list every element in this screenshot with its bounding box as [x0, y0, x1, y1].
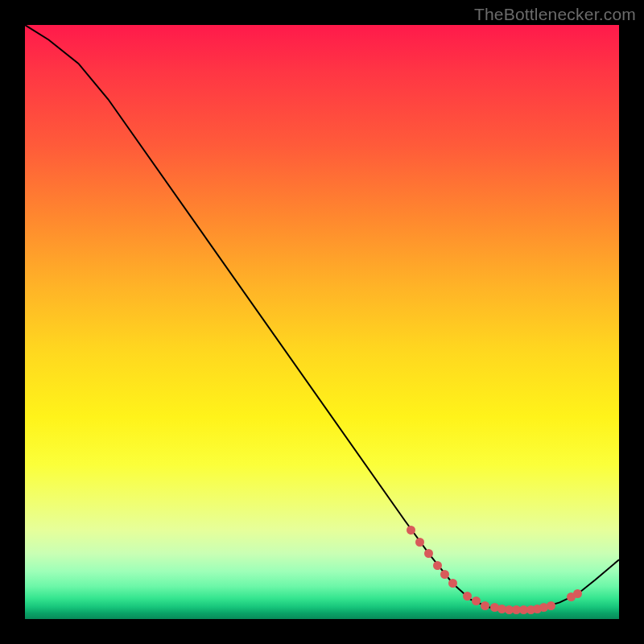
- data-point: [481, 601, 489, 610]
- marker-layer: [25, 25, 619, 619]
- watermark-text: TheBottlenecker.com: [474, 5, 636, 24]
- data-point: [440, 570, 449, 579]
- data-point: [424, 549, 433, 558]
- chart-stage: TheBottlenecker.com: [0, 0, 644, 644]
- data-point: [472, 597, 481, 605]
- data-point: [448, 579, 457, 588]
- data-point: [433, 561, 442, 570]
- plot-area: [25, 25, 619, 619]
- data-point: [415, 538, 424, 547]
- data-point: [463, 592, 472, 601]
- data-point: [547, 601, 555, 610]
- data-point: [573, 589, 582, 598]
- data-point: [407, 526, 415, 535]
